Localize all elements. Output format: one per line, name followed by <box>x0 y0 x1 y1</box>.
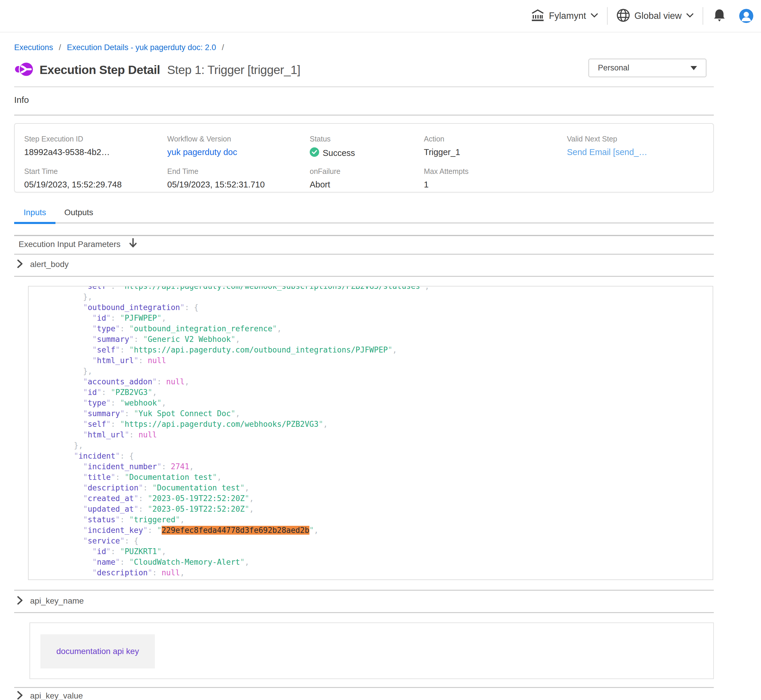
workflow-link[interactable]: yuk pagerduty doc <box>167 147 237 157</box>
divider <box>14 235 714 236</box>
code-pre: "self": "https://api.pagerduty.com/webho… <box>28 286 712 580</box>
topbar-divider <box>607 7 608 25</box>
divider <box>14 86 714 87</box>
scope-dropdown-value: Personal <box>598 63 629 72</box>
field-valid-next-step: Valid Next Step Send Email [send_… <box>567 135 647 157</box>
tab-inputs[interactable]: Inputs <box>23 208 46 217</box>
max-attempts-value: 1 <box>424 180 468 189</box>
divider <box>14 254 714 255</box>
info-heading: Info <box>14 95 29 105</box>
field-action: Action Trigger_1 <box>424 135 460 157</box>
workflow-brand-icon <box>14 59 34 80</box>
global-view-label: Global view <box>634 11 682 21</box>
breadcrumb-link-execution-details[interactable]: Execution Details - yuk pagerduty doc: 2… <box>67 43 216 52</box>
divider <box>14 276 714 277</box>
divider <box>14 115 714 116</box>
global-view-selector[interactable]: Global view <box>617 9 694 23</box>
chevron-right-icon <box>17 596 23 606</box>
section-api-key-value[interactable]: api_key_value <box>17 691 83 700</box>
breadcrumb-separator: / <box>59 43 61 52</box>
section-label: api_key_value <box>30 691 83 700</box>
field-status: Status Success <box>310 135 355 159</box>
breadcrumb-separator: / <box>222 43 224 52</box>
field-step-execution-id: Step Execution ID 18992a43-9538-4b2… <box>24 135 110 157</box>
step-execution-id-value: 18992a43-9538-4b2… <box>24 147 110 157</box>
tab-underline-track <box>14 222 714 223</box>
next-step-link[interactable]: Send Email [send_… <box>567 147 647 157</box>
page-title: Execution Step Detail <box>39 63 160 77</box>
end-time-value: 05/19/2023, 15:52:31.710 <box>167 180 265 189</box>
field-workflow-version: Workflow & Version yuk pagerduty doc <box>167 135 237 157</box>
org-label: Fylamynt <box>549 11 586 21</box>
user-avatar[interactable] <box>739 9 753 23</box>
chevron-down-icon <box>686 13 694 19</box>
download-arrow-icon[interactable] <box>129 238 137 250</box>
globe-icon <box>617 9 630 23</box>
breadcrumb: Executions / Execution Details - yuk pag… <box>14 43 227 52</box>
dropdown-caret-icon <box>691 66 697 70</box>
field-max-attempts: Max Attempts 1 <box>424 167 468 189</box>
api-key-name-tag: documentation api key <box>41 634 155 669</box>
divider <box>14 687 714 688</box>
start-time-value: 05/19/2023, 15:52:29.748 <box>24 180 122 189</box>
topbar-divider <box>703 7 703 25</box>
status-badge: Success <box>323 148 355 158</box>
onfailure-value: Abort <box>310 180 340 189</box>
tab-active-indicator <box>14 222 55 224</box>
field-start-time: Start Time 05/19/2023, 15:52:29.748 <box>24 167 122 189</box>
info-card: Step Execution ID 18992a43-9538-4b2… Wor… <box>14 123 714 192</box>
divider <box>14 612 714 613</box>
tab-outputs[interactable]: Outputs <box>64 208 93 217</box>
section-label: api_key_name <box>30 596 84 606</box>
chevron-down-icon <box>590 13 598 19</box>
breadcrumb-link-executions[interactable]: Executions <box>14 43 53 52</box>
section-label: alert_body <box>30 260 69 269</box>
org-selector[interactable]: Fylamynt <box>531 9 598 23</box>
field-end-time: End Time 05/19/2023, 15:52:31.710 <box>167 167 265 189</box>
input-params-heading: Execution Input Parameters <box>19 240 121 249</box>
divider <box>14 590 714 591</box>
notifications-button[interactable] <box>712 9 727 23</box>
topbar: Fylamynt Global view <box>0 0 761 33</box>
bell-icon <box>713 18 726 23</box>
chevron-right-icon <box>17 259 23 269</box>
page-subtitle: Step 1: Trigger [trigger_1] <box>167 63 300 77</box>
chevron-right-icon <box>17 691 23 700</box>
alert-body-json-viewer[interactable]: "self": "https://api.pagerduty.com/webho… <box>28 286 713 580</box>
action-value: Trigger_1 <box>424 147 460 157</box>
section-api-key-name[interactable]: api_key_name <box>17 596 84 606</box>
field-onfailure: onFailure Abort <box>310 167 340 189</box>
success-check-icon <box>310 147 319 159</box>
section-alert-body[interactable]: alert_body <box>17 259 69 269</box>
api-key-name-value-box: documentation api key <box>30 622 714 679</box>
organization-icon <box>531 9 545 23</box>
scope-dropdown[interactable]: Personal <box>589 59 706 77</box>
